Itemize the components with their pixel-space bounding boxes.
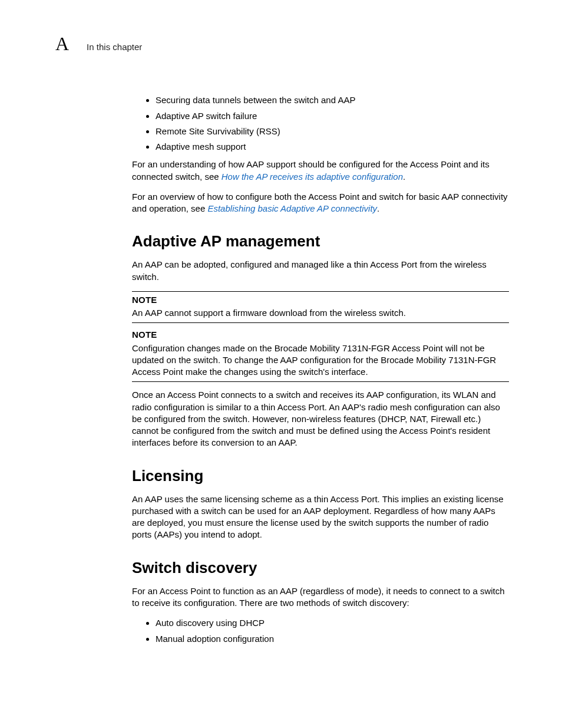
paragraph: For an Access Point to function as an AA… <box>132 585 509 610</box>
paragraph: For an overview of how to configure both… <box>132 191 509 215</box>
appendix-letter: A <box>55 34 69 53</box>
page: A In this chapter Securing data tunnels … <box>0 0 562 728</box>
discovery-bullet-list: Auto discovery using DHCP Manual adoptio… <box>132 617 509 645</box>
running-head: In this chapter <box>87 41 142 53</box>
list-item: Securing data tunnels between the switch… <box>156 94 509 106</box>
section-heading-adaptive-ap-management: Adaptive AP management <box>132 231 509 252</box>
section-heading-licensing: Licensing <box>132 466 509 486</box>
note-block: NOTE Configuration changes made on the B… <box>132 323 509 382</box>
page-header: A In this chapter <box>55 34 509 53</box>
note-label: NOTE <box>132 329 509 341</box>
feature-bullet-list: Securing data tunnels between the switch… <box>132 94 509 153</box>
list-item: Adaptive AP switch failure <box>156 110 509 122</box>
list-item: Manual adoption configuration <box>156 633 509 645</box>
cross-ref-link[interactable]: How the AP receives its adaptive configu… <box>222 172 403 182</box>
note-block: NOTE An AAP cannot support a firmware do… <box>132 291 509 324</box>
cross-ref-link[interactable]: Establishing basic Adaptive AP connectiv… <box>207 203 377 213</box>
list-item: Remote Site Survivability (RSS) <box>156 126 509 137</box>
paragraph: Once an Access Point connects to a switc… <box>132 389 509 449</box>
text: . <box>403 172 405 182</box>
list-item: Auto discovery using DHCP <box>156 617 509 629</box>
paragraph: For an understanding of how AAP support … <box>132 159 509 183</box>
paragraph: An AAP can be adopted, configured and ma… <box>132 259 509 283</box>
text: . <box>377 203 379 213</box>
note-body: Configuration changes made on the Brocad… <box>132 342 509 378</box>
note-label: NOTE <box>132 294 509 306</box>
note-body: An AAP cannot support a firmware downloa… <box>132 307 509 319</box>
paragraph: An AAP uses the same licensing scheme as… <box>132 493 509 541</box>
list-item: Adaptive mesh support <box>156 141 509 153</box>
body-content: Securing data tunnels between the switch… <box>132 94 509 645</box>
section-heading-switch-discovery: Switch discovery <box>132 558 509 578</box>
